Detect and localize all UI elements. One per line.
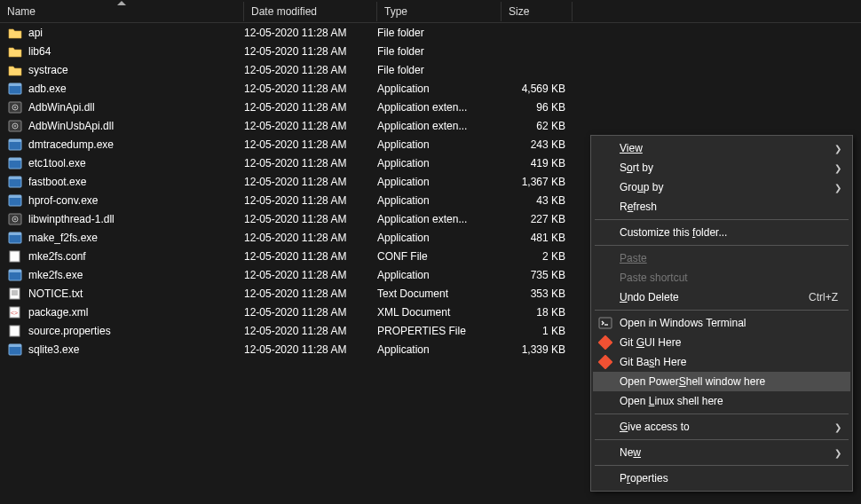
ctx-paste-label: Paste: [620, 252, 647, 264]
ctx-gitbash-label: Git Bash Here: [620, 356, 686, 368]
file-date: 12-05-2020 11:28 AM: [244, 27, 377, 39]
file-row[interactable]: AdbWinUsbApi.dll12-05-2020 11:28 AMAppli…: [0, 116, 861, 135]
file-type: File folder: [377, 64, 502, 76]
ctx-give-access-to[interactable]: Give access to ❯: [593, 417, 850, 437]
file-name: AdbWinUsbApi.dll: [28, 120, 244, 132]
git-icon: [598, 355, 612, 369]
file-type: Application exten...: [377, 213, 502, 225]
file-size: 2 KB: [502, 250, 573, 263]
file-size: 1,367 KB: [502, 176, 573, 188]
file-type: Application: [377, 269, 502, 281]
svg-rect-1: [9, 83, 21, 86]
ctx-view[interactable]: View ❯: [593, 138, 850, 158]
ctx-git-bash-here[interactable]: Git Bash Here: [593, 352, 850, 372]
file-size: 43 KB: [502, 194, 573, 207]
exe-icon: [7, 175, 23, 189]
file-name: package.xml: [28, 306, 244, 319]
terminal-icon: [598, 316, 612, 330]
ctx-customize-folder[interactable]: Customize this folder...: [593, 223, 850, 242]
file-row[interactable]: lib6412-05-2020 11:28 AMFile folder: [0, 42, 861, 60]
ctx-refresh[interactable]: Refresh: [593, 197, 850, 217]
file-type: Application: [377, 138, 502, 151]
file-size: 96 KB: [502, 101, 573, 114]
ctx-new[interactable]: New ❯: [593, 443, 850, 462]
file-type: PROPERTIES File: [377, 325, 502, 337]
folder-icon: [7, 26, 23, 40]
svg-rect-15: [9, 195, 21, 198]
file-size: 735 KB: [502, 269, 573, 281]
svg-rect-36: [598, 355, 612, 369]
file-date: 12-05-2020 11:28 AM: [244, 213, 377, 225]
file-name: NOTICE.txt: [28, 287, 244, 300]
ctx-paste-shortcut-label: Paste shortcut: [620, 272, 688, 284]
exe-icon: [7, 193, 23, 208]
file-name: AdbWinApi.dll: [28, 101, 244, 114]
dll-icon: [7, 100, 23, 114]
ctx-properties[interactable]: Properties: [593, 469, 850, 488]
column-header-name[interactable]: Name: [0, 2, 244, 21]
ctx-new-label: New: [620, 446, 641, 459]
file-name: hprof-conv.exe: [28, 194, 244, 207]
file-type: CONF File: [377, 250, 502, 263]
file-size: 4,569 KB: [502, 83, 573, 95]
ctx-git-gui-here[interactable]: Git GUI Here: [593, 333, 850, 352]
ctx-open-windows-terminal[interactable]: Open in Windows Terminal: [593, 313, 850, 333]
ctx-group-by[interactable]: Group by ❯: [593, 177, 850, 197]
submenu-arrow-icon: ❯: [834, 183, 841, 193]
ctx-separator: [595, 219, 849, 220]
file-name: sqlite3.exe: [28, 343, 244, 356]
file-date: 12-05-2020 11:28 AM: [244, 64, 377, 76]
ctx-sort-by-label: Sort by: [620, 161, 653, 174]
file-row[interactable]: AdbWinApi.dll12-05-2020 11:28 AMApplicat…: [0, 98, 861, 116]
column-header-type[interactable]: Type: [377, 2, 502, 21]
svg-rect-30: [10, 326, 20, 336]
file-type: Application: [377, 83, 502, 95]
column-header-date[interactable]: Date modified: [244, 2, 377, 21]
file-type: Application: [377, 194, 502, 207]
context-menu: View ❯ Sort by ❯ Group by ❯ Refresh Cust…: [590, 135, 853, 492]
ctx-paste: Paste: [593, 248, 850, 268]
file-date: 12-05-2020 11:28 AM: [244, 101, 377, 114]
file-date: 12-05-2020 11:28 AM: [244, 232, 377, 244]
ctx-open-powershell-here[interactable]: Open PowerShell window here: [593, 372, 850, 391]
ctx-linux-label: Open Linux shell here: [620, 395, 723, 407]
ctx-sort-by[interactable]: Sort by ❯: [593, 158, 850, 177]
ctx-open-linux-shell-here[interactable]: Open Linux shell here: [593, 391, 850, 411]
ctx-wt-label: Open in Windows Terminal: [620, 317, 746, 329]
file-size: 419 KB: [502, 157, 573, 169]
submenu-arrow-icon: ❯: [834, 448, 841, 458]
svg-rect-24: [10, 288, 20, 299]
ctx-undo-label: Undo Delete: [620, 291, 679, 303]
file-row[interactable]: api12-05-2020 11:28 AMFile folder: [0, 23, 861, 42]
git-icon: [598, 335, 612, 350]
file-size: 62 KB: [502, 120, 573, 132]
file-name: api: [28, 27, 244, 39]
folder-icon: [7, 44, 23, 59]
file-type: Application: [377, 232, 502, 244]
file-date: 12-05-2020 11:28 AM: [244, 250, 377, 263]
exe-icon: [7, 138, 23, 152]
ctx-separator: [595, 465, 849, 466]
ctx-refresh-label: Refresh: [620, 201, 657, 213]
submenu-arrow-icon: ❯: [834, 422, 841, 432]
file-date: 12-05-2020 11:28 AM: [244, 157, 377, 169]
file-name: make_f2fs.exe: [28, 232, 244, 244]
file-size: 481 KB: [502, 232, 573, 244]
svg-rect-13: [9, 177, 21, 179]
svg-rect-9: [9, 139, 21, 142]
column-header-size[interactable]: Size: [502, 2, 573, 21]
txt-icon: [7, 287, 23, 301]
file-name: adb.exe: [28, 83, 244, 95]
file-date: 12-05-2020 11:28 AM: [244, 343, 377, 356]
file-row[interactable]: adb.exe12-05-2020 11:28 AMApplication4,5…: [0, 79, 861, 98]
ctx-pws-label: Open PowerShell window here: [620, 375, 765, 388]
svg-point-4: [14, 106, 16, 108]
file-row[interactable]: systrace12-05-2020 11:28 AMFile folder: [0, 60, 861, 79]
ctx-undo-delete[interactable]: Undo Delete Ctrl+Z: [593, 287, 850, 307]
svg-point-7: [14, 125, 16, 127]
file-type: Application: [377, 176, 502, 188]
exe-icon: [7, 231, 23, 245]
file-type: File folder: [377, 45, 502, 58]
file-name: fastboot.exe: [28, 176, 244, 188]
exe-icon: [7, 82, 23, 96]
